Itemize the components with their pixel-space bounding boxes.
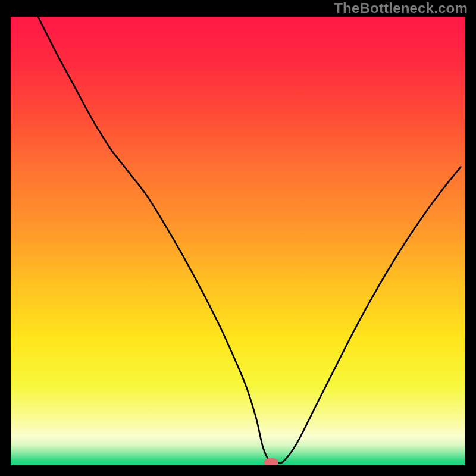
watermark-label: TheBottleneck.com (334, 0, 468, 17)
plot-area (11, 17, 465, 465)
gradient-background (11, 17, 465, 465)
bottleneck-chart (11, 17, 465, 465)
chart-frame: TheBottleneck.com (0, 0, 476, 476)
